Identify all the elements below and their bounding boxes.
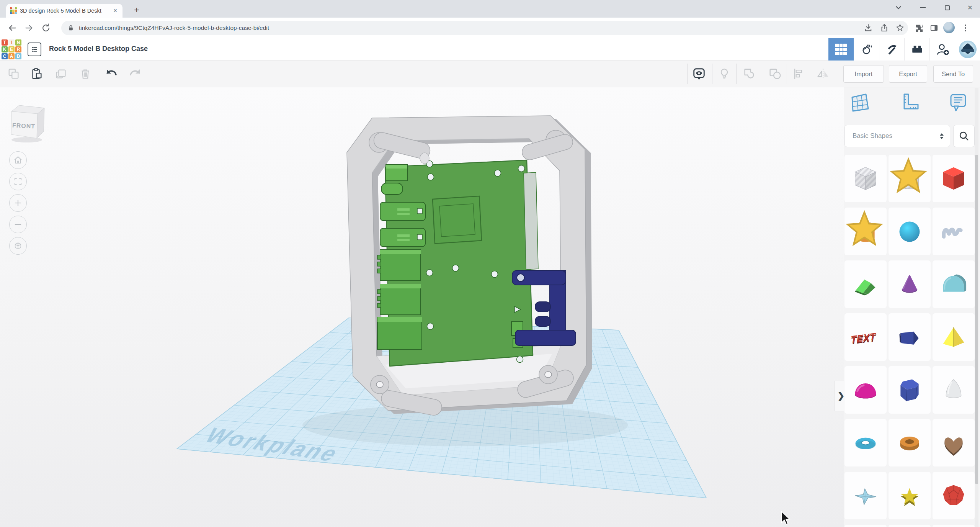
shape-tube[interactable] [889, 419, 931, 466]
search-icon [958, 130, 970, 142]
window-close-button[interactable]: × [959, 0, 980, 15]
show-all-icon[interactable] [717, 66, 732, 82]
logo-tile: T [2, 39, 8, 46]
download-icon[interactable] [861, 21, 875, 35]
pcb-model[interactable] [377, 160, 576, 366]
redo-icon[interactable] [127, 66, 142, 82]
shape-wedge[interactable] [889, 313, 931, 361]
browser-menu-icon[interactable] [959, 21, 972, 35]
url-bar[interactable]: tinkercad.com/things/9CtqZ4HFvAJ-rock-5-… [61, 21, 908, 35]
pcb-side-slot [524, 172, 538, 270]
forward-icon[interactable] [22, 21, 36, 35]
shape-round-roof[interactable] [933, 260, 975, 308]
logo-tile: A [8, 53, 15, 59]
design-properties-button[interactable] [28, 43, 41, 56]
logo-tile: K [2, 46, 8, 52]
copy-icon[interactable] [6, 66, 21, 82]
shape-cylinder[interactable] [844, 208, 887, 255]
import-button[interactable]: Import [843, 65, 884, 83]
tinkercad-favicon [10, 7, 17, 14]
export-button[interactable]: Export [889, 65, 927, 83]
new-shape-star-badge [844, 209, 884, 250]
sim-lab-button[interactable] [854, 38, 879, 61]
tab-search-icon[interactable] [887, 0, 910, 15]
hide-selected-icon[interactable] [691, 66, 707, 82]
logo-tile: E [8, 46, 15, 52]
bookmark-star-icon[interactable] [893, 21, 907, 35]
window-maximize-button[interactable] [936, 0, 958, 15]
shape-paraboloid[interactable] [933, 366, 975, 414]
ruler-tool-icon[interactable] [898, 92, 920, 113]
shape-category-value: Basic Shapes [853, 132, 940, 140]
add-person-icon [936, 43, 949, 56]
falling-apple-icon [860, 43, 873, 56]
shape-sphere[interactable] [889, 208, 931, 255]
tab-title: 3D design Rock 5 Model B Deskt [20, 8, 112, 14]
align-icon[interactable] [791, 66, 806, 82]
group-icon[interactable] [742, 66, 757, 82]
shape-empty-tile [844, 525, 887, 527]
tinkercad-logo[interactable]: TINKERCAD [2, 39, 21, 59]
side-panel-icon[interactable] [927, 21, 941, 35]
shape-hole-box[interactable] [844, 155, 887, 202]
delete-icon[interactable] [78, 66, 93, 82]
account-avatar-cell[interactable] [955, 38, 980, 61]
pcb-cpu [433, 196, 482, 244]
design-title[interactable]: Rock 5 Model B Desktop Case [49, 45, 148, 53]
shape-torus[interactable] [844, 419, 887, 466]
shape-icosahedron[interactable] [933, 472, 975, 519]
shape-search-button[interactable] [953, 125, 975, 147]
tab-close-icon[interactable]: × [112, 7, 119, 15]
perspective-toggle-button[interactable] [9, 237, 27, 255]
shape-polygon[interactable] [889, 366, 931, 414]
shape-empty-tile [889, 525, 931, 527]
shape-hole-cylinder[interactable] [889, 155, 931, 202]
paste-icon[interactable] [29, 66, 44, 82]
bricks-export-button[interactable] [904, 38, 929, 61]
new-tab-button[interactable]: + [130, 4, 143, 17]
zoom-in-button[interactable] [9, 194, 27, 212]
back-icon[interactable] [5, 21, 19, 35]
logo-tile: D [15, 53, 21, 59]
reload-icon[interactable] [39, 21, 53, 35]
home-view-button[interactable] [9, 151, 27, 169]
tinkercad-header: TINKERCAD Rock 5 Model B Desktop Case [0, 38, 980, 61]
shape-star4[interactable] [844, 472, 887, 519]
shape-text[interactable]: TEXT TEXT [844, 313, 887, 361]
shape-category-dropdown[interactable]: Basic Shapes [844, 125, 950, 147]
panel-scrollbar-thumb[interactable] [975, 155, 978, 484]
shape-pyramid[interactable] [933, 313, 975, 361]
notes-tool-icon[interactable] [947, 92, 969, 113]
workplane-tool-icon[interactable] [849, 92, 871, 113]
lego-brick-icon [911, 43, 924, 56]
invite-collaborator-button[interactable] [929, 38, 955, 61]
logo-tile: R [15, 46, 21, 52]
shape-heart[interactable] [933, 419, 975, 466]
ungroup-icon[interactable] [767, 66, 782, 82]
extensions-puzzle-icon[interactable] [913, 21, 926, 35]
browser-tab[interactable]: 3D design Rock 5 Model B Deskt × [6, 4, 122, 18]
shape-star5[interactable] [889, 472, 931, 519]
viewport-3d[interactable]: Workplane [0, 87, 844, 527]
send-to-button[interactable]: Send To [933, 65, 973, 83]
grid-view-icon [835, 44, 847, 55]
undo-icon[interactable] [104, 66, 119, 82]
zoom-out-button[interactable] [9, 216, 27, 233]
shape-box[interactable] [933, 155, 975, 202]
mirror-icon[interactable] [815, 66, 831, 82]
minecraft-export-button[interactable] [879, 38, 904, 61]
fit-view-button[interactable] [9, 173, 27, 190]
window-minimize-button[interactable] [912, 0, 934, 15]
editor-3d-view-toggle[interactable] [828, 38, 854, 61]
shape-half-sphere[interactable] [844, 366, 887, 414]
browser-profile-avatar[interactable] [943, 22, 955, 33]
shape-cone[interactable] [889, 260, 931, 308]
shape-roof[interactable] [844, 260, 887, 308]
shape-scribble[interactable] [933, 208, 975, 255]
new-shape-star-badge [889, 156, 928, 198]
duplicate-icon[interactable] [54, 66, 69, 82]
pickaxe-icon [885, 43, 898, 56]
share-icon[interactable] [877, 21, 891, 35]
mouse-cursor [781, 511, 794, 527]
view-cube[interactable]: FRONT [8, 98, 50, 146]
